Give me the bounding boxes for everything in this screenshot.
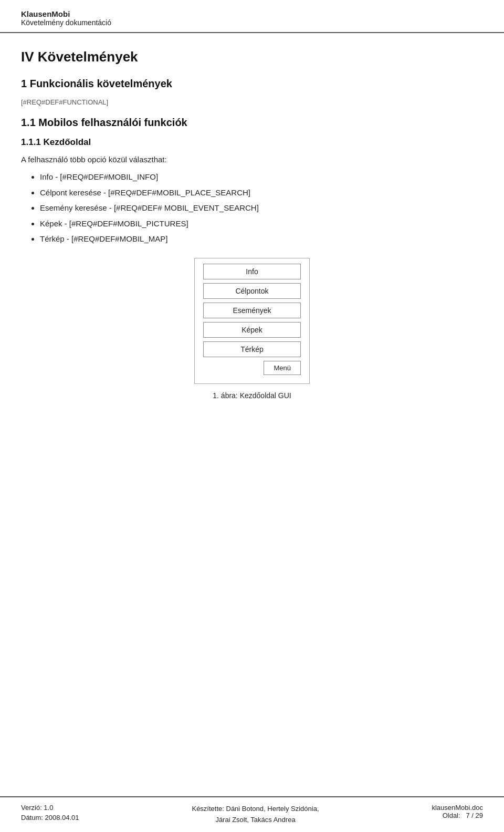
- list-item: Célpont keresése - [#REQ#DEF#MOBIL_PLACE…: [40, 187, 483, 199]
- menu-button[interactable]: Menü: [264, 361, 301, 375]
- bullet-list: Info - [#REQ#DEF#MOBIL_INFO] Célpont ker…: [40, 171, 483, 245]
- page: KlausenMobi Követelmény dokumentáció IV …: [0, 0, 504, 832]
- prepared-by-line1: Készítette: Dáni Botond, Hertely Szidóni…: [192, 805, 319, 813]
- footer-left: Verzió: 1.0 Dátum: 2008.04.01: [21, 804, 79, 821]
- menu-row: Menü: [203, 361, 301, 375]
- footer-center: Készítette: Dáni Botond, Hertely Szidóni…: [192, 804, 319, 826]
- figure-caption: 1. ábra: Kezdőoldal GUI: [213, 391, 291, 400]
- version-label: Verzió: 1.0: [21, 804, 79, 812]
- section-title: IV Követelmények: [21, 49, 483, 65]
- kepek-button[interactable]: Képek: [203, 322, 301, 338]
- mobile-ui: Info Célpontok Események Képek Térkép Me…: [194, 258, 310, 384]
- intro-text: A felhasználó több opció közül választha…: [21, 155, 483, 164]
- header-company: KlausenMobi: [21, 9, 483, 18]
- subsection1-title: 1 Funkcionális követelmények: [21, 78, 483, 90]
- header-doc: Követelmény dokumentáció: [21, 18, 483, 27]
- list-item: Térkép - [#REQ#DEF#MOBIL_MAP]: [40, 233, 483, 245]
- content: IV Követelmények 1 Funkcionális követelm…: [0, 33, 504, 796]
- list-item: Képek - [#REQ#DEF#MOBIL_PICTURES]: [40, 218, 483, 230]
- page-number: 7 / 29: [466, 812, 483, 819]
- header: KlausenMobi Követelmény dokumentáció: [0, 0, 504, 33]
- footer: Verzió: 1.0 Dátum: 2008.04.01 Készítette…: [0, 796, 504, 832]
- celpontok-button[interactable]: Célpontok: [203, 283, 301, 299]
- prepared-by-line2: Járai Zsolt, Takács Andrea: [215, 816, 295, 824]
- footer-right: klausenMobi.doc Oldal: 7 / 29: [432, 804, 483, 819]
- page-label: Oldal:: [443, 812, 460, 819]
- list-item: Info - [#REQ#DEF#MOBIL_INFO]: [40, 171, 483, 183]
- filename: klausenMobi.doc: [432, 804, 483, 812]
- subsection1-tag: [#REQ#DEF#FUNCTIONAL]: [21, 98, 483, 106]
- terkep-button[interactable]: Térkép: [203, 341, 301, 357]
- list-item: Esemény keresése - [#REQ#DEF# MOBIL_EVEN…: [40, 202, 483, 214]
- subsection1-1-1-title: 1.1.1 Kezdőoldal: [21, 137, 483, 148]
- esemenyek-button[interactable]: Események: [203, 303, 301, 318]
- figure-container: Info Célpontok Események Képek Térkép Me…: [21, 258, 483, 400]
- info-button[interactable]: Info: [203, 264, 301, 279]
- date-label: Dátum: 2008.04.01: [21, 814, 79, 821]
- page-info: Oldal: 7 / 29: [432, 812, 483, 819]
- subsection1-1-title: 1.1 Mobilos felhasználói funkciók: [21, 117, 483, 129]
